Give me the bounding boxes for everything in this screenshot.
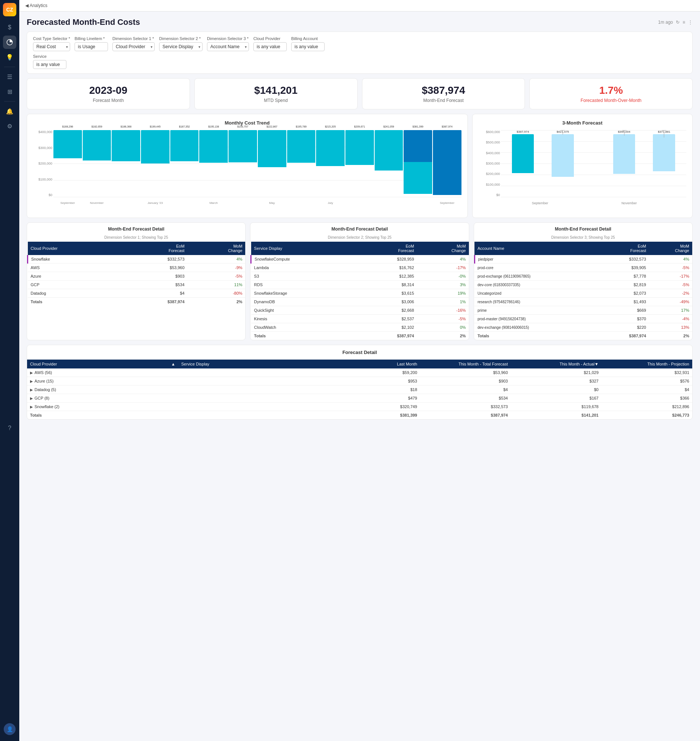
kpi-forecast-month-value: 2023-09 (33, 85, 184, 96)
mom-cell: 4% (187, 255, 245, 264)
service-cell: SnowflakeCompute (251, 255, 358, 264)
cloud-provider-value: is any value (253, 42, 287, 51)
provider-cell: GCP (28, 280, 122, 289)
sidebar-item-help[interactable]: ? (3, 421, 16, 435)
kpi-month-end-label: Month-End Forecast (368, 98, 519, 103)
eom-cell: $328,959 (358, 255, 417, 264)
mom-cell: -5% (649, 280, 692, 289)
mom-cell: -16% (417, 306, 469, 315)
bar-9[interactable]: $195,789 (287, 130, 316, 197)
bar-sept[interactable]: $168,298 (53, 130, 82, 197)
fd-actual-cell: $0 (511, 386, 602, 394)
mom-cell: 1% (417, 298, 469, 306)
dimension2-select[interactable]: Service Display (159, 42, 203, 51)
back-button[interactable]: ◀ Analytics (25, 3, 47, 8)
eom-cell: $4 (122, 289, 187, 298)
detail-card-1: Month-End Forecast Detail Dimension Sele… (27, 222, 246, 340)
bar-jan[interactable]: $199,445 (141, 130, 169, 197)
detail1-col-mom: MoMChange (187, 242, 245, 255)
eom-cell: $7,778 (600, 272, 649, 280)
table-row: S3 $12,385 -0% (251, 272, 469, 280)
monthly-trend-chart: Monthly Cost Trend $400,000 $300,000 $20… (27, 114, 468, 218)
detail2-subtitle: Dimension Selector 2; Showing Top 25 (250, 235, 469, 242)
detail1-col-eom: EoMForecast (122, 242, 187, 255)
y-label-200k: $200,000 (33, 161, 52, 165)
detail3-table: Account Name EoMForecast MoMChange piedp… (474, 242, 692, 340)
expand-icon[interactable]: ▶ (30, 379, 33, 383)
bar-may[interactable]: $222,867 (258, 130, 286, 197)
sidebar-item-dollar[interactable]: $ (3, 21, 16, 34)
table-row: Azure $903 -5% (28, 272, 246, 280)
detail2-table: Service Display EoMForecast MoMChange Sn… (250, 242, 469, 340)
cost-type-select[interactable]: Real Cost (33, 42, 70, 51)
fd-provider-cell: ▶GCP (8) (27, 394, 178, 402)
refresh-icon[interactable]: ↻ (676, 20, 679, 25)
table-row: ▶Datadog (5) $18 $4 $0 $4 (27, 386, 692, 394)
fd-total-cell: $903 (420, 377, 511, 386)
table-row: dev-exchange (908146006015) $220 13% (475, 323, 692, 332)
table-row: prod-master (949156204738) $370 -4% (475, 315, 692, 323)
account-cell: Uncategorized (475, 289, 600, 298)
kpi-forecast-month: 2023-09 Forecast Month (27, 78, 190, 109)
fd-actual-cell: $119,678 (511, 402, 602, 411)
eom-cell: $903 (122, 272, 187, 280)
forecast-bar-nov2[interactable]: $395,004 (606, 130, 643, 197)
table-row: research (975482786146) $1,493 -49% (475, 298, 692, 306)
dimension1-label: Dimension Selector 1 * (112, 36, 155, 41)
forecast-bar-nov1[interactable]: $421,475 (544, 130, 581, 197)
bar-jul[interactable]: $215,205 (316, 130, 345, 197)
eom-cell: $3,006 (358, 298, 417, 306)
table-row: Uncategorized $2,073 -2% (475, 289, 692, 298)
sort-actual-icon[interactable]: ▼ (595, 362, 599, 366)
eom-cell: $1,493 (600, 298, 649, 306)
forecast-y-axis: $600,000 $500,000 $400,000 $300,000 $200… (478, 130, 500, 197)
dimension1-select[interactable]: Cloud Provider (112, 42, 155, 51)
bar-nov[interactable]: $182,659 (83, 130, 111, 197)
bar-11[interactable]: $209,671 (346, 130, 374, 197)
more-icon[interactable]: ⋮ (688, 20, 693, 25)
bar-mar[interactable]: $195,138 (199, 130, 228, 197)
sidebar-item-bulb[interactable]: 💡 (3, 50, 16, 64)
sort-provider-icon[interactable]: ▲ (171, 362, 175, 366)
dimension3-select[interactable]: Account Name (207, 42, 249, 51)
sidebar: CZ $ 💡 ☰ ⊞ 🔔 ⚙ ? 👤 (0, 0, 19, 741)
expand-icon[interactable]: ▶ (30, 371, 33, 375)
forecast-bar-nov3[interactable]: $371,881 (646, 130, 682, 197)
bar-sept-final[interactable]: $387,974 (433, 130, 462, 197)
detail2-col-eom: EoMForecast (358, 242, 417, 255)
bar-stacked[interactable]: $381,399 (404, 130, 432, 197)
bar-3[interactable]: $186,368 (112, 130, 140, 197)
expand-icon[interactable]: ▶ (30, 405, 33, 409)
eom-cell: $8,314 (358, 280, 417, 289)
billing-account-label: Billing Account (291, 36, 325, 41)
app-logo: CZ (3, 3, 16, 16)
mom-cell: -5% (417, 315, 469, 323)
fd-actual-cell: $21,029 (511, 368, 602, 377)
sidebar-item-list[interactable]: ☰ (3, 70, 16, 84)
forecast-bar-sept[interactable]: $387,974 (504, 130, 541, 197)
cloud-provider-filter: Cloud Provider is any value (253, 36, 287, 51)
bar-12[interactable]: $241,059 (375, 130, 403, 197)
bar-5[interactable]: $187,352 (170, 130, 199, 197)
filter-icon[interactable]: ≡ (682, 20, 685, 25)
detail-card-2: Month-End Forecast Detail Dimension Sele… (250, 222, 469, 340)
sidebar-item-chart[interactable] (3, 35, 16, 49)
service-cell: QuickSight (251, 306, 358, 315)
table-row: prime $669 17% (475, 306, 692, 315)
charts-row: Monthly Cost Trend $400,000 $300,000 $20… (27, 114, 693, 218)
bar-7[interactable]: $193,757 (228, 130, 257, 197)
expand-icon[interactable]: ▶ (30, 396, 33, 401)
fd-service-cell (178, 386, 345, 394)
sidebar-item-gear[interactable]: ⚙ (3, 119, 16, 133)
fd-projection-cell: $212,896 (602, 402, 693, 411)
service-cell: CloudWatch (251, 323, 358, 332)
eom-cell: $370 (600, 315, 649, 323)
sidebar-item-bell[interactable]: 🔔 (3, 104, 16, 118)
sidebar-item-grid[interactable]: ⊞ (3, 85, 16, 98)
kpi-forecast-month-label: Forecast Month (33, 98, 184, 103)
fd-total-cell: $53,960 (420, 368, 511, 377)
filter-row-2: Service is any value (33, 54, 686, 69)
expand-icon[interactable]: ▶ (30, 388, 33, 392)
topbar: ◀ Analytics (19, 0, 700, 12)
avatar[interactable]: 👤 (4, 723, 16, 735)
